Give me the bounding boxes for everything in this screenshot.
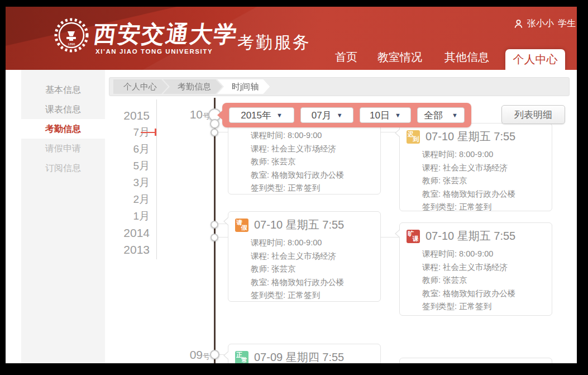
card-header: 请假 07-10 星期五 7:55 [228, 212, 380, 232]
app-title: 考勤服务 [237, 31, 311, 54]
card-row: 课程: 社会主义市场经济 [422, 162, 543, 175]
sidebar-item-leave-request[interactable]: 请假申请 [21, 139, 105, 158]
card-row: 教师: 张芸京 [251, 263, 371, 276]
leave-badge-icon: 请假 [235, 219, 248, 232]
breadcrumb-timeline[interactable]: 时j间轴 [217, 79, 270, 94]
timeline-scale: 2015 7月 6月 5月 3月 2月 1月 2014 2013 [105, 107, 150, 258]
user-menu[interactable]: 张小小 学生 [489, 18, 576, 30]
day-value: 10日 [370, 109, 390, 122]
card-row: 课程时间: 8:00-9:00 [251, 236, 371, 250]
timeline-line [214, 98, 216, 363]
card-row: 课程时间: 8:00-9:00 [422, 248, 543, 261]
user-role: 学生 [558, 18, 576, 30]
timeline-filter-bar: 2015年 ▼ 07月 ▼ 10日 ▼ 全部 ▼ [222, 103, 471, 127]
university-name-en: XI'AN JIAO TONG UNIVERSITY [95, 48, 213, 55]
timeline-mini-axis [156, 99, 157, 259]
timeline-node [210, 119, 219, 129]
day-dropdown[interactable]: 10日 ▼ [360, 107, 410, 123]
attendance-card: 请假 07-10 星期五 7:55 课程时间: 8:00-9:00 课程: 社会… [228, 211, 381, 302]
attendance-card-partial [399, 358, 552, 363]
list-detail-button[interactable]: 列表明细 [501, 105, 565, 124]
timeline-node [211, 234, 218, 241]
absent-badge-icon: 旷课 [407, 230, 420, 243]
current-month-marker [141, 132, 156, 133]
user-icon [514, 19, 523, 29]
card-header: 正常 07-09 星期四 7:55 [228, 344, 380, 363]
scale-year[interactable]: 2015 [105, 107, 150, 124]
timeline-node [211, 129, 218, 136]
card-row: 课程: 社会主义市场经济 [422, 261, 543, 274]
attendance-card: 旷课 07-10 星期五 7:55 课程时间: 8:00-9:00 课程: 社会… [399, 222, 552, 316]
card-row: 课程: 社会主义市场经济 [251, 250, 371, 263]
attendance-card: 迟到 07-10 星期五 7:55 课程时间: 8:00-9:00 课程: 社会… [399, 123, 552, 211]
sidebar-item-subscription-info[interactable]: 订阅信息 [21, 158, 105, 178]
card-row: 教室: 格物致知行政办公楼 [251, 276, 371, 289]
nav-classrooms[interactable]: 教室情况 [377, 50, 422, 65]
normal-badge-icon: 正常 [235, 351, 248, 364]
scale-month[interactable]: 3月 [105, 174, 150, 191]
sidebar-item-schedule-info[interactable]: 课表信息 [21, 99, 105, 119]
day-label-10: 10号 [181, 108, 210, 121]
type-value: 全部 [424, 109, 443, 122]
sidebar-item-attendance-info[interactable]: 考勤信息 [21, 119, 105, 139]
year-dropdown[interactable]: 2015年 ▼ [229, 107, 294, 123]
card-title: 07-10 星期五 7:55 [426, 229, 515, 244]
card-row: 教师: 张芸京 [422, 274, 543, 287]
late-badge-icon: 迟到 [407, 130, 420, 144]
card-row: 教室: 格物致知行政办公楼 [422, 287, 543, 301]
current-month-marker-tick [155, 129, 156, 136]
card-row: 签到类型: 正常签到 [251, 182, 371, 195]
breadcrumb-attendance-info[interactable]: 考勤信息 [163, 79, 222, 94]
nav-personal-center-active-tab[interactable]: 个人中心 [505, 49, 565, 70]
scale-month[interactable]: 2月 [105, 191, 150, 208]
card-body: 课程时间: 8:00-9:00 课程: 社会主义市场经济 教师: 张芸京 教室:… [228, 232, 380, 308]
month-value: 07月 [312, 109, 332, 122]
card-row: 教室: 格物致知行政办公楼 [422, 188, 543, 201]
card-body: 课程时间: 8:00-9:00 课程: 社会主义市场经济 教师: 张芸京 教室:… [400, 244, 552, 319]
card-row: 签到类型: 正常签到 [422, 201, 543, 214]
card-row: 课程: 社会主义市场经济 [251, 143, 371, 156]
caret-down-icon: ▼ [337, 112, 343, 118]
card-row: 教师: 张芸京 [422, 174, 543, 188]
breadcrumb: 个人中心 考勤信息 时j间轴 [109, 77, 570, 96]
type-dropdown[interactable]: 全部 ▼ [417, 107, 465, 123]
card-row: 签到类型: 正常签到 [251, 289, 371, 302]
card-title: 07-10 星期五 7:55 [254, 217, 344, 232]
card-row: 课程时间: 8:00-9:00 [422, 148, 543, 162]
breadcrumb-personal-center[interactable]: 个人中心 [113, 79, 168, 94]
nav-other-info[interactable]: 其他信息 [444, 50, 489, 65]
card-row: 教师: 张芸京 [251, 155, 371, 169]
card-header: 旷课 07-10 星期五 7:55 [400, 223, 552, 244]
year-value: 2015年 [241, 109, 271, 122]
scale-year[interactable]: 2014 [105, 225, 150, 241]
card-row: 教室: 格物致知行政办公楼 [251, 169, 371, 182]
app-header: 1896 西安交通大学 XI'AN JIAO TONG UNIVERSITY 考… [6, 7, 577, 70]
card-row: 课程时间: 8:00-9:00 [251, 129, 371, 143]
nav-home[interactable]: 首页 [335, 50, 357, 65]
card-title: 07-10 星期五 7:55 [426, 129, 515, 144]
scale-year[interactable]: 2013 [105, 241, 150, 258]
sidebar-item-basic-info[interactable]: 基本信息 [21, 80, 105, 99]
sidebar: 基本信息 课表信息 考勤信息 请假申请 订阅信息 [21, 70, 105, 363]
user-name: 张小小 [527, 18, 554, 30]
scale-month[interactable]: 6月 [105, 141, 150, 158]
screenshot-frame: 1896 西安交通大学 XI'AN JIAO TONG UNIVERSITY 考… [0, 0, 588, 375]
month-dropdown[interactable]: 07月 ▼ [300, 107, 353, 123]
caret-down-icon: ▼ [395, 112, 401, 118]
xjtu-logo: 1896 [54, 17, 89, 53]
card-body: 课程时间: 8:00-9:00 课程: 社会主义市场经济 教师: 张芸京 教室:… [400, 144, 552, 220]
card-row: 签到类型: 正常签到 [422, 300, 543, 314]
caret-down-icon: ▼ [452, 112, 458, 118]
app-window: 1896 西安交通大学 XI'AN JIAO TONG UNIVERSITY 考… [6, 7, 577, 363]
svg-text:1896: 1896 [68, 42, 75, 46]
day-label-09: 09号 [181, 348, 210, 362]
university-name-cn: 西安交通大学 [92, 19, 240, 50]
timeline-node [211, 221, 218, 229]
gear-emblem-icon: 1896 [54, 17, 89, 53]
attendance-card: 正常 07-09 星期四 7:55 [228, 344, 381, 363]
scale-month[interactable]: 1月 [105, 208, 150, 225]
scale-month[interactable]: 5月 [105, 158, 150, 174]
timeline-node [210, 350, 219, 359]
card-title: 07-09 星期四 7:55 [254, 350, 344, 363]
caret-down-icon: ▼ [276, 112, 283, 118]
